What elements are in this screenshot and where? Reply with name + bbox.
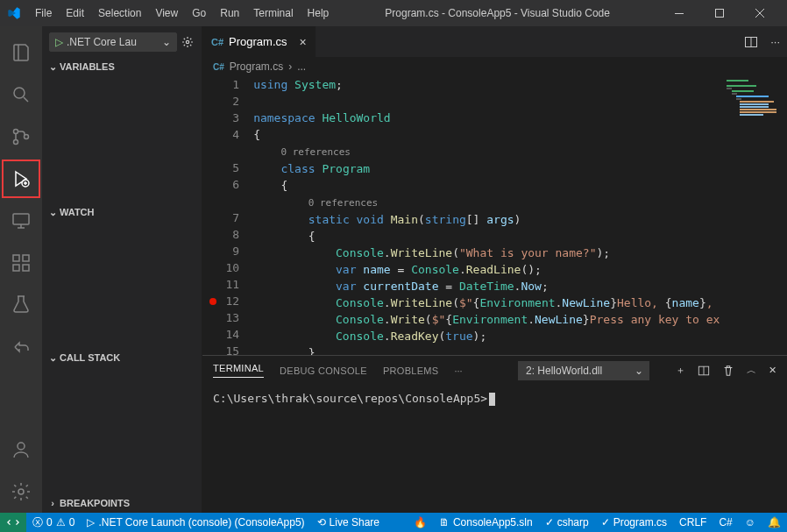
split-terminal-icon[interactable] xyxy=(698,365,710,377)
csharp-file-icon: C# xyxy=(213,62,224,72)
status-analyzer[interactable]: ✓ Program.cs xyxy=(595,513,673,532)
settings-gear-icon[interactable] xyxy=(0,471,42,513)
svg-rect-10 xyxy=(23,265,29,271)
status-liveshare[interactable]: ⟲ Live Share xyxy=(311,513,386,532)
svg-point-12 xyxy=(18,443,25,450)
tab-program-cs[interactable]: C# Program.cs × xyxy=(202,26,316,57)
debug-config-name: .NET Core Lau xyxy=(67,36,137,48)
svg-rect-0 xyxy=(675,13,684,14)
svg-rect-9 xyxy=(13,265,19,271)
close-button[interactable] xyxy=(740,0,780,26)
account-icon[interactable] xyxy=(0,429,42,471)
menu-help[interactable]: Help xyxy=(301,7,337,19)
terminal-select-label: 2: HelloWorld.dll xyxy=(526,365,602,377)
csharp-file-icon: C# xyxy=(211,37,223,47)
liveshare-icon[interactable] xyxy=(0,326,42,368)
code-content[interactable]: using System; namespace HelloWorld { 0 r… xyxy=(253,76,720,355)
menu-edit[interactable]: Edit xyxy=(59,7,91,19)
menu-terminal[interactable]: Terminal xyxy=(246,7,300,19)
chevron-right-icon: › xyxy=(46,498,60,508)
svg-point-2 xyxy=(14,88,25,98)
remote-explorer-icon[interactable] xyxy=(0,200,42,242)
panel-tab-terminal[interactable]: TERMINAL xyxy=(213,363,264,378)
status-feedback-icon[interactable]: ☺ xyxy=(739,513,762,532)
breakpoints-label: Breakpoints xyxy=(60,498,130,508)
debug-settings-icon[interactable] xyxy=(181,35,195,49)
run-debug-icon[interactable] xyxy=(0,158,42,200)
panel-more-icon[interactable]: ··· xyxy=(454,365,462,376)
variables-section-header[interactable]: ⌄ Variables xyxy=(42,57,202,76)
status-language[interactable]: C# xyxy=(713,513,738,532)
terminal-select[interactable]: 2: HelloWorld.dll xyxy=(518,361,649,380)
chevron-down-icon: ⌄ xyxy=(46,207,60,218)
status-bell-icon[interactable]: 🔔 xyxy=(762,513,787,532)
maximize-panel-icon[interactable]: ︿ xyxy=(747,364,756,377)
code-editor[interactable]: 1234 56 789101112131415 using System; na… xyxy=(202,76,787,355)
codelens-references[interactable]: 0 references xyxy=(280,146,350,158)
check-icon: ✓ xyxy=(601,516,610,528)
status-bar: ⓧ0 ⚠0 ▷ .NET Core Launch (console) (Cons… xyxy=(0,513,787,532)
breadcrumb-file: Program.cs xyxy=(230,60,283,73)
breakpoint-icon[interactable] xyxy=(209,298,216,305)
vscode-logo-icon xyxy=(7,6,21,20)
check-icon: ✓ xyxy=(545,516,554,528)
split-editor-icon[interactable] xyxy=(744,35,758,49)
new-terminal-icon[interactable]: ＋ xyxy=(676,364,685,377)
extensions-icon[interactable] xyxy=(0,242,42,284)
menu-file[interactable]: File xyxy=(28,7,59,19)
panel-tab-problems[interactable]: PROBLEMS xyxy=(383,365,439,376)
minimap[interactable] xyxy=(720,76,787,355)
close-tab-icon[interactable]: × xyxy=(300,35,307,49)
search-icon[interactable] xyxy=(0,74,42,116)
warning-icon: ⚠ xyxy=(56,516,66,528)
codelens-references[interactable]: 0 references xyxy=(308,197,378,209)
terminal-cursor xyxy=(489,393,495,406)
menu-view[interactable]: View xyxy=(148,7,185,19)
error-icon: ⓧ xyxy=(32,515,43,530)
maximize-button[interactable] xyxy=(699,0,740,26)
close-panel-icon[interactable]: ✕ xyxy=(769,365,776,376)
status-eol[interactable]: CRLF xyxy=(673,513,713,532)
window-title: Program.cs - ConsoleApp5 - Visual Studio… xyxy=(336,7,659,19)
panel-tab-debug-console[interactable]: DEBUG CONSOLE xyxy=(280,365,367,376)
more-actions-icon[interactable]: ··· xyxy=(770,35,780,48)
minimize-button[interactable] xyxy=(659,0,699,26)
svg-point-14 xyxy=(186,40,188,43)
menu-go[interactable]: Go xyxy=(185,7,213,19)
status-csharp[interactable]: ✓ csharp xyxy=(539,513,595,532)
explorer-icon[interactable] xyxy=(0,32,42,74)
remote-indicator[interactable] xyxy=(0,513,26,532)
watch-label: Watch xyxy=(60,207,95,217)
svg-point-5 xyxy=(25,135,29,139)
trash-icon[interactable] xyxy=(722,365,734,377)
bottom-panel: TERMINAL DEBUG CONSOLE PROBLEMS ··· 2: H… xyxy=(202,355,787,513)
editor-tabs: C# Program.cs × ··· xyxy=(202,26,787,57)
source-control-icon[interactable] xyxy=(0,116,42,158)
svg-rect-1 xyxy=(716,10,724,18)
activity-bar xyxy=(0,26,42,513)
status-errors[interactable]: ⓧ0 ⚠0 xyxy=(26,513,81,532)
test-icon[interactable] xyxy=(0,284,42,326)
folder-icon: 🗎 xyxy=(439,516,450,528)
menu-run[interactable]: Run xyxy=(213,7,246,19)
terminal-prompt: C:\Users\thrak\source\repos\ConsoleApp5> xyxy=(213,392,487,405)
breadcrumb-sep: › xyxy=(288,60,292,73)
svg-rect-11 xyxy=(23,255,29,261)
debug-config-select[interactable]: ▷ .NET Core Lau ⌄ xyxy=(49,32,177,52)
breadcrumb-more: ... xyxy=(297,60,306,73)
breakpoints-section-header[interactable]: › Breakpoints xyxy=(42,493,202,513)
status-debug-config[interactable]: ▷ .NET Core Launch (console) (ConsoleApp… xyxy=(81,513,310,532)
variables-label: Variables xyxy=(60,61,115,72)
chevron-down-icon: ⌄ xyxy=(46,61,60,73)
terminal[interactable]: C:\Users\thrak\source\repos\ConsoleApp5> xyxy=(202,385,787,513)
svg-point-13 xyxy=(18,489,24,494)
menu-selection[interactable]: Selection xyxy=(91,7,148,19)
debug-icon: ▷ xyxy=(87,516,95,528)
titlebar: File Edit Selection View Go Run Terminal… xyxy=(0,0,787,26)
breadcrumb[interactable]: C# Program.cs › ... xyxy=(202,57,787,76)
watch-section-header[interactable]: ⌄ Watch xyxy=(42,202,202,222)
status-solution[interactable]: 🗎 ConsoleApp5.sln xyxy=(433,513,539,532)
flame-icon: 🔥 xyxy=(414,516,427,528)
status-flame[interactable]: 🔥 xyxy=(408,513,433,532)
callstack-section-header[interactable]: ⌄ Call Stack xyxy=(42,348,202,367)
